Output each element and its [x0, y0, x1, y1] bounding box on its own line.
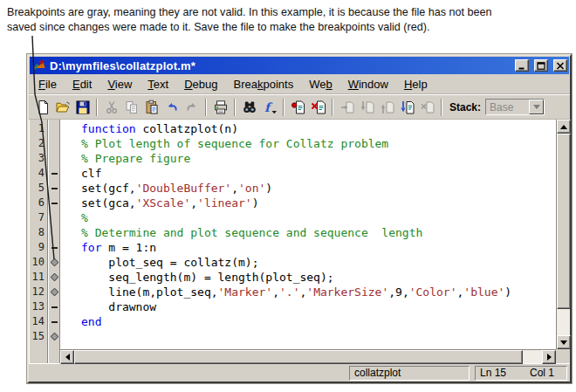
code-line[interactable]: % Plot length of sequence for Collatz pr…	[81, 136, 556, 151]
menu-view[interactable]: View	[103, 76, 136, 93]
menu-file[interactable]: File	[34, 76, 61, 93]
editor-pane: 123456789101112131415 function collatzpl…	[29, 120, 570, 363]
executable-line-marker[interactable]	[49, 196, 59, 210]
code-line[interactable]: clf	[81, 166, 556, 181]
undo-button[interactable]	[161, 97, 182, 117]
horizontal-scroll-thumb[interactable]	[74, 350, 523, 364]
code-line[interactable]: set(gcf,'DoubleBuffer','on')	[81, 181, 556, 196]
paste-button[interactable]	[141, 97, 161, 117]
line-number: 6	[30, 196, 47, 210]
title-bar[interactable]: D:\mymfiles\collatzplot.m*	[30, 57, 569, 74]
line-number: 3	[30, 151, 47, 166]
line-number: 8	[30, 225, 47, 240]
executable-line-marker[interactable]	[49, 240, 59, 255]
scroll-left-button[interactable]	[60, 350, 74, 364]
code-line[interactable]: line(m,plot_seq,'Marker','.','MarkerSize…	[81, 285, 556, 299]
step-button	[337, 97, 357, 117]
cut-icon	[104, 100, 120, 115]
code-area[interactable]: function collatzplot(n)% Plot length of …	[60, 120, 556, 349]
menu-web[interactable]: Web	[305, 76, 337, 93]
breakpoint-marker[interactable]	[49, 270, 59, 285]
gutter-cell[interactable]	[49, 136, 59, 151]
left-arrow-icon	[65, 354, 70, 361]
find-button[interactable]	[239, 97, 259, 117]
dash-icon	[51, 321, 58, 323]
code-line[interactable]: drawnow	[81, 299, 556, 314]
executable-line-marker[interactable]	[49, 166, 59, 181]
save-file-button[interactable]	[72, 97, 93, 117]
code-token: % Determine and plot sequence and sequen…	[81, 226, 422, 239]
code-token: clf	[81, 167, 101, 180]
minimize-button[interactable]	[515, 59, 529, 72]
go-until-cursor-button[interactable]	[397, 97, 417, 117]
line-number: 2	[30, 136, 47, 151]
code-token: 'on'	[238, 182, 265, 195]
open-file-icon	[55, 100, 71, 115]
scroll-right-button[interactable]	[542, 350, 556, 364]
matlab-file-icon	[32, 58, 46, 74]
menu-help[interactable]: Help	[400, 76, 432, 93]
exit-debug-mode-button	[417, 97, 437, 117]
menu-breakpoints[interactable]: Breakpoints	[229, 76, 298, 93]
toolbar: fStack:Base	[29, 94, 570, 120]
menu-window[interactable]: Window	[344, 76, 393, 93]
callout-note-line1: Breakpoints are gray, meaning they are n…	[7, 5, 573, 20]
executable-line-marker[interactable]	[49, 314, 59, 329]
breakpoint-marker[interactable]	[49, 329, 59, 344]
code-line[interactable]: end	[81, 314, 556, 329]
code-line[interactable]: %	[81, 210, 556, 225]
dash-icon	[51, 203, 58, 204]
redo-button	[182, 97, 202, 117]
gutter-cell[interactable]	[49, 210, 59, 225]
gutter-cell[interactable]	[49, 225, 59, 240]
executable-line-marker[interactable]	[49, 181, 59, 196]
menu-text[interactable]: Text	[143, 76, 173, 93]
line-number: 1	[30, 121, 47, 136]
toolbar-separator	[234, 99, 236, 116]
scroll-down-button[interactable]	[557, 335, 571, 349]
gutter-cell[interactable]	[49, 121, 59, 136]
code-line[interactable]: seq_length(m) = length(plot_seq);	[81, 270, 556, 285]
gutter-cell[interactable]	[49, 151, 59, 166]
open-file-button[interactable]	[52, 97, 72, 117]
code-token: m = 1:n	[101, 241, 156, 254]
vertical-scrollbar[interactable]	[556, 120, 570, 349]
maximize-button[interactable]	[534, 59, 548, 72]
breakpoint-marker[interactable]	[49, 285, 59, 299]
code-token: 'DoubleBuffer'	[136, 182, 232, 195]
code-token: %	[81, 211, 88, 224]
code-line[interactable]: set(gca,'XScale','linear')	[81, 196, 556, 210]
code-token: line(m,plot_seq,	[81, 285, 218, 299]
gray-breakpoint-icon	[50, 288, 58, 297]
code-token: 'blue'	[463, 285, 504, 299]
new-file-button[interactable]	[32, 97, 52, 117]
code-token: 'Color'	[409, 285, 457, 299]
horizontal-scrollbar[interactable]	[60, 349, 556, 363]
function-browser-button[interactable]: f	[259, 97, 279, 117]
print-icon	[213, 100, 229, 115]
close-button[interactable]	[553, 59, 567, 72]
scroll-up-button[interactable]	[557, 120, 571, 134]
code-line[interactable]: % Prepare figure	[81, 151, 556, 166]
print-button[interactable]	[210, 97, 230, 117]
callout-note: Breakpoints are gray, meaning they are n…	[7, 5, 573, 35]
line-number: 11	[30, 270, 47, 285]
clear-all-breakpoints-button[interactable]	[308, 97, 328, 117]
executable-line-marker[interactable]	[49, 299, 59, 314]
status-column-number: Col 1	[530, 367, 554, 379]
status-bar: collatzplot Ln 15 Col 1	[29, 363, 570, 382]
code-line[interactable]: plot_seq = collatz(m);	[81, 255, 556, 270]
menu-debug[interactable]: Debug	[180, 76, 222, 93]
menu-edit[interactable]: Edit	[68, 76, 96, 93]
code-line[interactable]: for m = 1:n	[81, 240, 556, 255]
code-token: )	[504, 285, 511, 299]
svg-text:f: f	[264, 100, 273, 113]
set-clear-breakpoint-button[interactable]	[288, 97, 308, 117]
vertical-scroll-thumb[interactable]	[557, 134, 571, 309]
breakpoint-gutter	[48, 120, 60, 363]
scrollbar-corner	[556, 349, 570, 363]
code-line[interactable]: function collatzplot(n)	[81, 121, 556, 136]
code-line[interactable]: % Determine and plot sequence and sequen…	[81, 225, 556, 240]
breakpoint-marker[interactable]	[49, 255, 59, 270]
line-number-gutter: 123456789101112131415	[29, 120, 48, 363]
